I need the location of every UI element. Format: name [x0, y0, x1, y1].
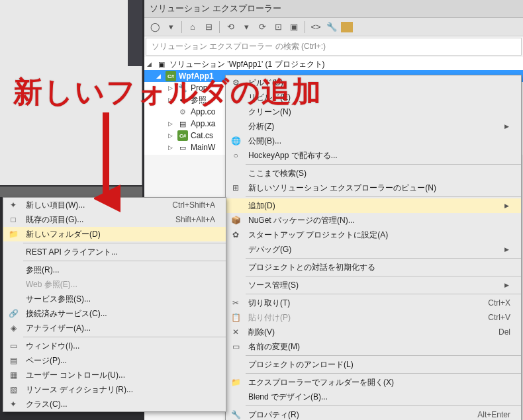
xaml-icon: ▤ — [177, 118, 188, 129]
analyzer-icon: ◈ — [3, 321, 23, 335]
add-submenu-item[interactable]: ▧リソース ディクショナリ(R)... — [3, 382, 226, 397]
menu-separator — [246, 294, 521, 294]
submenu-arrow-icon: ▶ — [504, 123, 516, 130]
collapse-icon[interactable]: ⊟ — [202, 21, 215, 34]
menu-item-label: 削除(V) — [246, 327, 499, 338]
editor-area — [0, 0, 142, 185]
menu-item-label: 既存の項目(G)... — [23, 214, 175, 226]
add-submenu-item[interactable]: 🔗接続済みサービス(C)... — [3, 306, 226, 321]
menu-item-label: アナライザー(A)... — [23, 323, 220, 334]
add-submenu-item[interactable]: ◈アナライザー(A)... — [3, 321, 226, 335]
menu-separator — [246, 258, 521, 259]
blank-icon — [226, 90, 246, 105]
menu-item-label: 貼り付け(P) — [246, 312, 488, 323]
page-icon: ▤ — [3, 353, 23, 368]
blank-icon — [3, 245, 23, 259]
submenu-arrow-icon: ▶ — [504, 202, 516, 209]
add-submenu-item[interactable]: ✦新しい項目(W)...Ctrl+Shift+A — [3, 198, 226, 212]
context-menu-item[interactable]: ✿スタートアップ プロジェクトに設定(A) — [226, 228, 521, 242]
menu-shortcut: Shift+Alt+A — [175, 215, 220, 224]
context-menu-item[interactable]: ソース管理(S)▶ — [226, 278, 521, 292]
delete-icon: ✕ — [226, 325, 246, 339]
menu-item-label: 参照(R)... — [23, 265, 220, 276]
add-submenu-item[interactable]: REST API クライアント... — [3, 245, 226, 259]
context-menu-item[interactable]: ⊞新しいソリューション エクスプローラーのビュー(N) — [226, 181, 521, 195]
properties-icon[interactable]: 🔧 — [325, 21, 338, 34]
context-menu-item[interactable]: クリーン(N) — [226, 105, 521, 119]
add-submenu-item[interactable]: サービス参照(S)... — [3, 292, 226, 306]
window-icon: ▭ — [3, 339, 23, 353]
window-icon: ▭ — [177, 142, 188, 153]
context-menu-item[interactable]: 追加(D)▶ — [226, 198, 521, 213]
hockey-icon: ○ — [226, 148, 246, 163]
context-menu-item[interactable]: ▭名前の変更(M) — [226, 339, 521, 354]
add-submenu-item[interactable]: 参照(R)... — [3, 263, 226, 277]
home-icon[interactable]: ⌂ — [186, 21, 199, 34]
context-menu-item[interactable]: リビルド(E) — [226, 90, 521, 105]
context-menu-item[interactable]: 📦NuGet パッケージの管理(N)... — [226, 213, 521, 228]
solution-search-input[interactable]: ソリューション エクスプローラー の検索 (Ctrl+:) — [146, 38, 522, 56]
code-icon[interactable]: <> — [309, 21, 322, 34]
dropdown-icon[interactable]: ▾ — [164, 21, 177, 34]
sync-icon[interactable]: ⟲ — [224, 21, 237, 34]
blank-icon — [226, 357, 246, 372]
menu-item-label: ソース管理(S) — [246, 280, 504, 291]
add-submenu-item[interactable]: 📁新しいフォルダー(D) — [3, 227, 226, 241]
blank-icon — [3, 263, 23, 277]
menu-item-label: ウィンドウ(I)... — [23, 341, 220, 352]
context-menu-item[interactable]: ○HockeyApp で配布する... — [226, 148, 521, 163]
context-menu-item[interactable]: ✂切り取り(T)Ctrl+X — [226, 296, 521, 310]
solution-node[interactable]: ◢ ▣ ソリューション 'WpfApp1' (1 プロジェクト) — [144, 58, 523, 70]
menu-item-label: クラス(C)... — [23, 399, 220, 410]
refresh-icon[interactable]: ⟳ — [256, 21, 269, 34]
context-menu-item[interactable]: 分析(Z)▶ — [226, 119, 521, 134]
gear-icon: ✿ — [226, 228, 246, 242]
context-menu-item[interactable]: 🌐公開(B)... — [226, 134, 521, 148]
menu-shortcut: Ctrl+X — [488, 298, 516, 308]
context-menu-item[interactable]: 🔧プロパティ(R)Alt+Enter — [226, 407, 521, 420]
context-menu-item[interactable]: プロジェクトのアンロード(L) — [226, 357, 521, 372]
showall-dropdown[interactable]: ▾ — [240, 21, 253, 34]
context-menu-item[interactable]: ここまで検索(S) — [226, 166, 521, 181]
csharp-file-icon: C# — [177, 130, 188, 141]
add-submenu-item[interactable]: □既存の項目(G)...Shift+Alt+A — [3, 212, 226, 227]
csharp-project-icon: C# — [166, 71, 176, 81]
build-icon: ⚙ — [226, 75, 246, 90]
menu-separator — [23, 261, 226, 261]
add-submenu-item[interactable]: ▤ページ(P)... — [3, 353, 226, 368]
blank-icon — [226, 166, 246, 181]
blank-icon — [226, 242, 246, 257]
add-submenu-item[interactable]: ✦クラス(C)... — [3, 397, 226, 411]
menu-item-label: 切り取り(T) — [246, 298, 488, 309]
solution-explorer-toolbar: ◯ ▾ ⌂ ⊟ ⟲ ▾ ⟳ ⊡ ▣ <> 🔧 — [144, 18, 523, 36]
globe-icon: 🌐 — [226, 134, 246, 148]
context-menu-item[interactable]: ⚙ビルド(U) — [226, 75, 521, 90]
context-menu-item[interactable]: ✕削除(V)Del — [226, 325, 521, 339]
context-menu-item[interactable]: プロジェクトとの対話を初期化する — [226, 260, 521, 274]
blank-icon — [3, 292, 23, 306]
menu-shortcut: Ctrl+V — [488, 313, 516, 322]
menu-shortcut: Del — [499, 327, 516, 337]
blank-icon — [226, 119, 246, 134]
menu-item-label: クリーン(N) — [246, 106, 516, 118]
menu-separator — [23, 243, 226, 243]
collapsed-tab[interactable] — [128, 0, 142, 66]
blank-icon — [226, 390, 246, 404]
preview-icon[interactable] — [341, 22, 353, 32]
showfiles-icon[interactable]: ▣ — [287, 21, 301, 34]
collapse-all-icon[interactable]: ⊡ — [271, 21, 285, 34]
menu-item-label: HockeyApp で配布する... — [246, 150, 516, 161]
add-submenu-item[interactable]: ▦ユーザー コントロール(U)... — [3, 368, 226, 382]
context-menu-item[interactable]: Blend でデザイン(B)... — [226, 390, 521, 404]
add-submenu: ✦新しい項目(W)...Ctrl+Shift+A□既存の項目(G)...Shif… — [3, 197, 226, 412]
menu-item-label: スタートアップ プロジェクトに設定(A) — [246, 230, 516, 241]
blank-icon — [226, 260, 246, 274]
newitem-icon: ✦ — [3, 198, 23, 212]
menu-item-label: リビルド(E) — [246, 92, 516, 103]
menu-separator — [246, 405, 521, 406]
back-icon[interactable]: ◯ — [148, 21, 162, 34]
context-menu-item[interactable]: デバッグ(G)▶ — [226, 242, 521, 257]
add-submenu-item[interactable]: ▭ウィンドウ(I)... — [3, 339, 226, 353]
context-menu-item[interactable]: 📁エクスプローラーでフォルダーを開く(X) — [226, 375, 521, 390]
references-icon: ▪▪ — [177, 95, 188, 105]
